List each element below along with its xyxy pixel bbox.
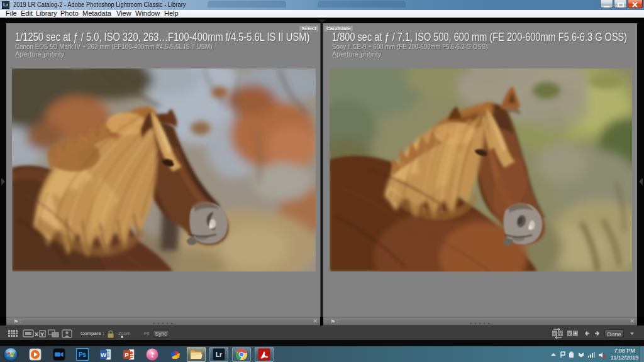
svg-text:Lr: Lr <box>216 351 222 358</box>
svg-text:X: X <box>553 332 556 336</box>
svg-text:X: X <box>35 331 38 337</box>
svg-text:Ps: Ps <box>79 351 87 358</box>
svg-text:X: X <box>568 332 571 336</box>
svg-text:P: P <box>125 351 129 358</box>
svg-text:W: W <box>101 351 106 358</box>
svg-text:Y: Y <box>559 332 562 336</box>
